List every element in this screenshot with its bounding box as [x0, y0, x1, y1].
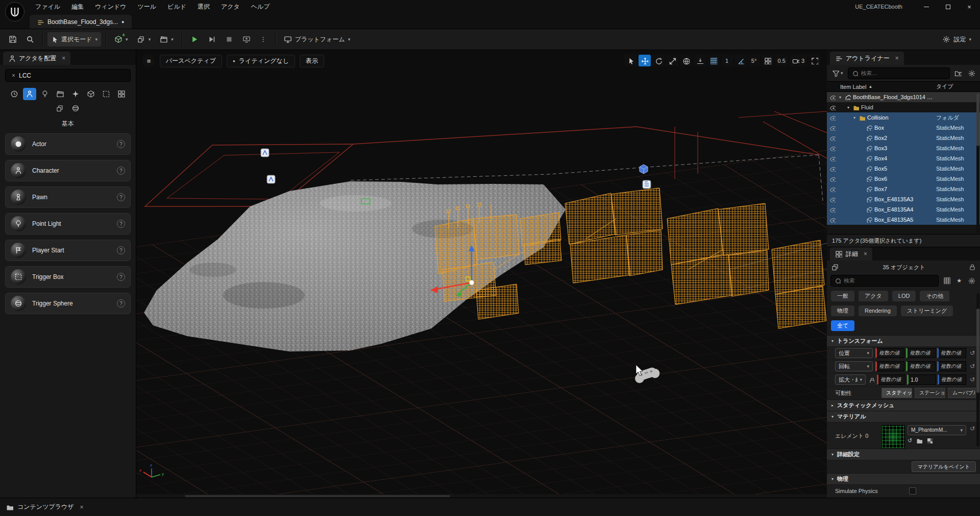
list-item-actor[interactable]: Actor ? — [5, 133, 131, 155]
restore-button[interactable] — [937, 0, 959, 13]
eye-icon[interactable] — [829, 155, 836, 161]
viewport-scrollbar[interactable] — [136, 494, 827, 498]
section-advanced[interactable]: ▾ 詳細設定 — [827, 449, 980, 460]
simulate-physics-checkbox[interactable] — [909, 487, 916, 495]
material-picker-icon[interactable] — [926, 437, 933, 443]
outliner-tab[interactable]: アウトライナー × — [830, 52, 904, 65]
help-icon[interactable]: ? — [117, 140, 125, 148]
material-thumbnail[interactable] — [881, 425, 905, 449]
browse-content-button[interactable] — [22, 32, 38, 46]
play-button[interactable] — [187, 32, 202, 46]
table-row[interactable]: Box5 StaticMesh — [827, 163, 980, 174]
play-options-button[interactable]: ⋮ — [256, 32, 271, 46]
table-row[interactable]: Box_E48135A3 StaticMesh — [827, 194, 980, 204]
place-actors-search[interactable]: × — [5, 69, 131, 82]
tab-misc[interactable]: その他 — [920, 291, 949, 301]
menu-window[interactable]: ウィンドウ — [89, 0, 132, 13]
tab-physics[interactable]: 物理 — [831, 306, 854, 316]
help-icon[interactable]: ? — [117, 273, 125, 281]
category-volumes-icon[interactable] — [100, 88, 113, 100]
category-effects-icon[interactable] — [69, 88, 82, 100]
mobility-stationary-button[interactable]: ステーショナリー — [915, 388, 945, 398]
section-materials[interactable]: ▾ マテリアル — [827, 411, 980, 422]
asset-tab[interactable]: BoothBase_Flood_3dgs... ● — [30, 15, 132, 29]
rotate-tool-button[interactable] — [652, 55, 665, 66]
category-misc-icon[interactable] — [69, 102, 82, 114]
eye-icon[interactable] — [829, 94, 836, 100]
settings-dropdown[interactable]: 設定 ▾ — [939, 32, 975, 46]
expander[interactable]: ▾ — [852, 115, 857, 120]
menu-select[interactable]: 選択 — [192, 0, 215, 13]
scale-y-field[interactable]: 1.0 — [907, 374, 936, 385]
table-row[interactable]: Box6 StaticMesh — [827, 174, 980, 184]
section-transform[interactable]: ▾ トランスフォーム — [827, 335, 980, 346]
menu-tools[interactable]: ツール — [132, 0, 162, 13]
blueprints-button[interactable]: ▾ — [134, 32, 155, 46]
eye-icon[interactable] — [829, 125, 836, 131]
help-icon[interactable]: ? — [117, 246, 125, 254]
stop-button[interactable] — [222, 32, 237, 46]
scale-x-field[interactable]: 複数の値 — [877, 374, 905, 385]
close-icon[interactable]: × — [80, 504, 84, 511]
launch-button[interactable] — [239, 32, 254, 46]
save-button[interactable] — [5, 32, 20, 46]
view-mode-dropdown[interactable]: ● ライティングなし — [227, 55, 295, 67]
tab-general[interactable]: 一般 — [831, 291, 854, 301]
tab-streaming[interactable]: ストリーミング — [901, 306, 953, 316]
outliner-search[interactable] — [848, 67, 950, 79]
menu-edit[interactable]: 編集 — [66, 0, 89, 13]
eye-icon[interactable] — [829, 135, 836, 141]
eye-icon[interactable] — [829, 217, 836, 223]
scale-z-field[interactable]: 複数の値 — [938, 374, 966, 385]
outliner-scrollbar[interactable] — [976, 93, 979, 233]
rotation-snap-value[interactable]: 5° — [748, 55, 760, 66]
category-geometry-icon[interactable] — [84, 88, 97, 100]
category-recent-icon[interactable] — [8, 88, 21, 100]
paint-material-button[interactable]: マテリアルをペイント — [912, 461, 976, 472]
table-row[interactable]: ▾ Fluid — [827, 102, 980, 112]
unreal-logo[interactable] — [5, 2, 25, 24]
move-tool-button[interactable] — [639, 55, 651, 66]
reset-icon[interactable]: ↺ — [969, 425, 976, 432]
help-icon[interactable]: ? — [117, 193, 125, 201]
world-space-toggle[interactable] — [680, 55, 692, 66]
clear-search-icon[interactable]: × — [12, 72, 15, 79]
eye-icon[interactable] — [829, 176, 836, 182]
table-row[interactable]: ▾ BoothBase_Flood_3dgs1014 (エディタ) — [827, 92, 980, 102]
sort-asc-icon[interactable]: ▲ — [868, 84, 872, 89]
table-row[interactable]: Box7 StaticMesh — [827, 184, 980, 194]
list-item-player-start[interactable]: Player Start ? — [5, 240, 131, 261]
outliner-filter-button[interactable]: ▾ — [830, 68, 845, 78]
minimize-button[interactable] — [916, 0, 937, 13]
content-browser-tab[interactable]: コンテンツブラウザ × — [6, 503, 84, 511]
rotation-x-field[interactable]: 複数の値 — [875, 361, 904, 371]
perspective-dropdown[interactable]: パースペクティブ — [160, 55, 222, 67]
place-actors-search-input[interactable] — [19, 72, 126, 79]
material-asset-dropdown[interactable]: M_PhantomM... ▾ — [908, 425, 966, 435]
lock-icon[interactable] — [968, 263, 975, 270]
viewport[interactable]: x y z ≡ パースペクティブ ● ライティングなし — [136, 50, 827, 498]
eye-icon[interactable] — [829, 114, 836, 121]
expander[interactable]: ▾ — [846, 105, 851, 110]
category-basic-icon[interactable] — [23, 88, 36, 100]
category-all-icon[interactable] — [115, 88, 128, 100]
table-row[interactable]: Box2 StaticMesh — [827, 133, 980, 143]
use-selected-icon[interactable]: ↺ — [908, 437, 912, 444]
rotation-snap-toggle[interactable] — [734, 55, 747, 66]
table-row[interactable]: Box StaticMesh — [827, 123, 980, 133]
details-search-input[interactable] — [844, 277, 935, 284]
list-item-trigger-sphere[interactable]: Trigger Sphere ? — [5, 293, 131, 314]
camera-speed-button[interactable]: 3 — [790, 55, 807, 66]
location-z-field[interactable]: 複数の値 — [937, 348, 966, 358]
location-dropdown[interactable]: 位置 ▾ — [835, 348, 873, 358]
platform-dropdown[interactable]: プラットフォーム ▾ — [280, 32, 354, 46]
details-tab[interactable]: 詳細 × — [830, 247, 872, 261]
list-item-trigger-box[interactable]: Trigger Box ? — [5, 266, 131, 288]
eye-icon[interactable] — [829, 196, 836, 202]
surface-snap-toggle[interactable] — [694, 55, 706, 66]
viewport-canvas[interactable]: x y z — [136, 50, 827, 498]
outliner-settings-button[interactable] — [966, 68, 976, 78]
maximize-viewport-button[interactable] — [808, 55, 821, 66]
cinematics-button[interactable]: ▾ — [156, 32, 177, 46]
details-search[interactable] — [830, 275, 939, 287]
